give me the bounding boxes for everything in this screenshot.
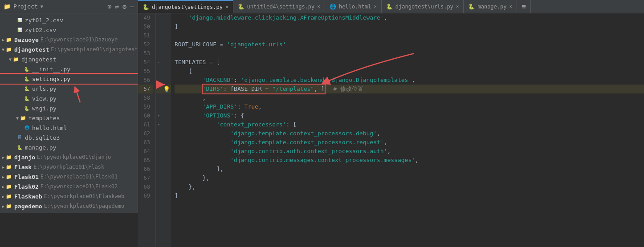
folder-path: E:\pyworkplace01\djangotest bbox=[51, 46, 138, 53]
list-item[interactable]: ▼ 📁 djangotest E:\pyworkplace01\djangote… bbox=[0, 45, 138, 54]
tab-hello-html[interactable]: 🌐 hello.html × bbox=[325, 0, 382, 13]
file-label: wsgi.py bbox=[32, 105, 57, 112]
code-line-60: 'OPTIONS': { bbox=[175, 111, 644, 120]
tab-overflow-button[interactable]: ≡ bbox=[517, 0, 531, 13]
list-item[interactable]: 🌐 hello.html bbox=[0, 123, 138, 133]
expand-icon[interactable]: ⊕ bbox=[107, 3, 111, 11]
line-numbers-gutter: 49 50 51 52 53 54 55 56 57 58 59 60 61 6… bbox=[138, 13, 156, 247]
folder-label: Flask02 bbox=[14, 183, 39, 190]
tab-close-button[interactable]: × bbox=[456, 4, 459, 9]
list-item[interactable]: ▶ 📁 pagedemo E:\pyworkplace01\pagedemo bbox=[0, 201, 138, 211]
code-editor: 49 50 51 52 53 54 55 56 57 58 59 60 61 6… bbox=[138, 13, 644, 247]
bulb-cell bbox=[162, 22, 171, 31]
expand-arrow-icon: ▼ bbox=[2, 47, 4, 52]
list-item[interactable]: ▼ 📁 templates bbox=[0, 113, 138, 123]
folder-icon: 📁 bbox=[5, 46, 12, 53]
line-number: 50 bbox=[138, 22, 153, 31]
list-item[interactable]: 📊 zyt01_2.csv bbox=[0, 15, 138, 25]
folder-icon: 📁 bbox=[5, 163, 12, 170]
folder-label: djangotest bbox=[14, 46, 49, 53]
editor-panel: 🐍 djangotest\settings.py × 🐍 untitled4\s… bbox=[138, 0, 644, 247]
folder-path: E:\pyworkplace01\pagedemo bbox=[44, 203, 125, 209]
fold-indicator bbox=[156, 147, 162, 156]
tab-close-button[interactable]: × bbox=[225, 4, 228, 10]
folder-label: Dazuoye bbox=[14, 36, 39, 43]
list-item[interactable]: ▶ 📁 Flask E:\pyworkplace01\Flask bbox=[0, 162, 138, 172]
tab-close-button[interactable]: × bbox=[317, 4, 320, 9]
folder-label: Flask bbox=[14, 164, 32, 170]
line-number: 59 bbox=[138, 102, 153, 111]
list-item[interactable]: 🐍 urls.py bbox=[0, 84, 138, 93]
line-number: 58 bbox=[138, 93, 153, 102]
line-number: 68 bbox=[138, 182, 153, 191]
line-number: 69 bbox=[138, 191, 153, 200]
tab-close-button[interactable]: × bbox=[509, 4, 513, 9]
tab-label: hello.html bbox=[339, 4, 371, 10]
code-line-56: 'BACKEND': 'django.template.backends.dja… bbox=[175, 76, 644, 85]
folder-path: E:\pyworkplace01\Flask01 bbox=[41, 174, 118, 180]
line-number: 66 bbox=[138, 165, 153, 174]
intention-bulb[interactable]: 💡 bbox=[162, 85, 171, 93]
file-label: zyt02.csv bbox=[25, 27, 56, 33]
list-item[interactable]: ▶ 📁 Dazuoye E:\pyworkplace01\Dazuoye bbox=[0, 35, 138, 45]
code-line-64: 'django.contrib.auth.context_processors.… bbox=[175, 147, 644, 156]
file-label: view.py bbox=[32, 95, 57, 102]
tab-urls-py[interactable]: 🐍 djangotest\urls.py × bbox=[382, 0, 464, 13]
bulb-cell bbox=[162, 67, 171, 76]
html-file-icon: 🌐 bbox=[330, 4, 336, 10]
line-number: 64 bbox=[138, 147, 153, 156]
settings-icon[interactable]: ⚙ bbox=[122, 3, 126, 11]
list-item[interactable]: 🐍 manage.py bbox=[0, 142, 138, 152]
py-file-icon: 🐍 bbox=[23, 105, 30, 112]
code-line-67: }, bbox=[175, 174, 644, 182]
fold-indicator bbox=[156, 13, 162, 22]
fold-indicator bbox=[156, 182, 162, 191]
tab-label: untitled4\settings.py bbox=[247, 4, 315, 10]
list-item[interactable]: 🗄 db.sqlite3 bbox=[0, 133, 138, 142]
fold-indicator bbox=[156, 49, 162, 58]
folder-icon: 📁 bbox=[5, 193, 12, 200]
dropdown-icon[interactable]: ▼ bbox=[41, 4, 43, 9]
folder-label: djangotest bbox=[21, 56, 56, 63]
fold-indicator bbox=[156, 156, 162, 165]
tab-untitled4[interactable]: 🐍 untitled4\settings.py × bbox=[233, 0, 325, 13]
list-item[interactable]: 🐍 wsgi.py bbox=[0, 103, 138, 113]
list-item[interactable]: 🐍 view.py bbox=[0, 93, 138, 103]
py-file-icon: 🐍 bbox=[23, 65, 30, 73]
bulb-cell bbox=[162, 76, 171, 85]
line-number: 55 bbox=[138, 67, 153, 76]
list-item[interactable]: 📊 zyt02.csv bbox=[0, 25, 138, 35]
code-content[interactable]: 'django.middleware.clickjacking.XFrameOp… bbox=[171, 13, 644, 247]
folder-icon: 📁 bbox=[12, 56, 20, 63]
code-line-58: , bbox=[175, 93, 644, 102]
tab-manage-py[interactable]: 🐍 manage.py × bbox=[464, 0, 517, 13]
tab-close-button[interactable]: × bbox=[374, 4, 377, 9]
fold-indicator bbox=[156, 174, 162, 182]
file-tree: 📊 zyt01_2.csv 📊 zyt02.csv ▶ 📁 Dazuoye E:… bbox=[0, 13, 138, 213]
tab-settings-py[interactable]: 🐍 djangotest\settings.py × bbox=[138, 0, 233, 13]
fold-indicator bbox=[156, 165, 162, 174]
collapse-icon[interactable]: ⇄ bbox=[115, 3, 119, 11]
settings-py-item[interactable]: 🐍 settings.py bbox=[0, 74, 138, 84]
folder-path: E:\pyworkplace01\Flask02 bbox=[41, 183, 118, 190]
bulb-cell bbox=[162, 156, 171, 165]
file-label: hello.html bbox=[32, 125, 67, 131]
list-item[interactable]: 🐍 __init__.py bbox=[0, 64, 138, 74]
minimize-icon[interactable]: − bbox=[130, 3, 134, 11]
bulb-cell bbox=[162, 138, 171, 147]
list-item[interactable]: ▶ 📁 Flaskweb E:\pyworkplace01\Flaskweb bbox=[0, 191, 138, 201]
highlighted-code-region: 'DIRS': [BASE_DIR + "/templates", ] bbox=[203, 85, 325, 93]
code-line-54: TEMPLATES = [ bbox=[175, 58, 644, 67]
folder-label: templates bbox=[29, 115, 60, 121]
tab-label: djangotest\settings.py bbox=[152, 4, 223, 10]
list-item[interactable]: ▶ 📁 Flask02 E:\pyworkplace01\Flask02 bbox=[0, 182, 138, 191]
tab-label: manage.py bbox=[477, 4, 506, 10]
list-item[interactable]: ▼ 📁 djangotest bbox=[0, 54, 138, 64]
collapse-arrow-icon: ▶ bbox=[2, 165, 4, 170]
csv-file-icon: 📊 bbox=[16, 16, 23, 24]
list-item[interactable]: ▶ 📁 Flask01 E:\pyworkplace01\Flask01 bbox=[0, 172, 138, 182]
py-file-icon: 🐍 bbox=[143, 4, 149, 10]
list-item[interactable]: ▶ 📁 djanjo E:\pyworkplace01\djanjo bbox=[0, 152, 138, 162]
bulb-cell bbox=[162, 191, 171, 200]
project-title: 📁 Project ▼ bbox=[4, 3, 43, 10]
